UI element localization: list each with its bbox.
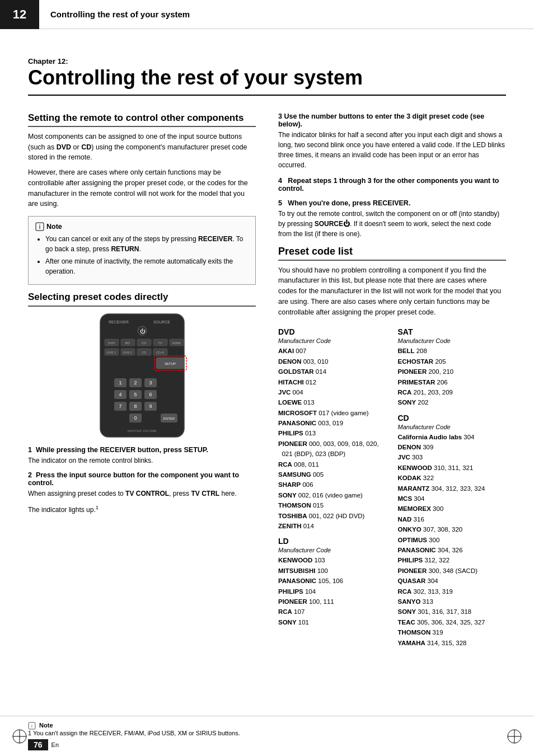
- footer: i Note 1 You can't assign the RECEIVER, …: [0, 716, 534, 756]
- step-1-heading: 1 While pressing the RECEIVER button, pr…: [28, 446, 256, 454]
- svg-text:CD: CD: [141, 341, 146, 345]
- cd-list: California Audio labs 304 DENON 309 JVC …: [398, 432, 507, 648]
- svg-text:6: 6: [149, 392, 152, 397]
- preset-col-right: SAT Manufacturer Code BELL 208 ECHOSTAR …: [398, 322, 507, 648]
- dvd-sub: Manufacturer Code: [278, 337, 387, 344]
- svg-text:5: 5: [134, 392, 137, 397]
- header-chapter-num: 12: [0, 0, 39, 29]
- svg-text:0: 0: [134, 415, 137, 421]
- svg-text:3: 3: [149, 380, 152, 386]
- step-2: 2 Press the input source button for the …: [28, 471, 256, 499]
- svg-text:⏻: ⏻: [139, 328, 145, 334]
- preset-intro: You should have no problem controlling a…: [278, 265, 506, 318]
- svg-text:CD: CD: [142, 351, 146, 354]
- preset-cols: DVD Manufacturer Code AKAI 007 DENON 003…: [278, 322, 506, 648]
- remote-svg: RECEIVER SOURCE ⏻ DVD BD CD TV HDMI: [83, 311, 201, 440]
- svg-text:DVR 2: DVR 2: [123, 351, 132, 354]
- step-1: 1 While pressing the RECEIVER button, pr…: [28, 446, 256, 466]
- step-4-heading: 4 Repeat steps 1 through 3 for the other…: [278, 177, 506, 192]
- chapter-label: Chapter 12:: [28, 57, 506, 65]
- svg-text:8: 8: [134, 403, 137, 409]
- step-4: 4 Repeat steps 1 through 3 for the other…: [278, 177, 506, 192]
- svg-text:DVD: DVD: [107, 341, 115, 345]
- ld-list: KENWOOD 103 MITSUBISHI 100 PANASONIC 105…: [278, 555, 387, 627]
- header-bar: 12 Controlling the rest of your system: [0, 0, 534, 29]
- svg-text:9: 9: [149, 403, 152, 409]
- svg-text:SOURCE: SOURCE: [153, 320, 170, 324]
- svg-text:ENTER: ENTER: [163, 417, 175, 420]
- svg-text:4: 4: [119, 392, 121, 397]
- step-1-body: The indicator on the remote control blin…: [28, 456, 256, 466]
- sat-list: BELL 208 ECHOSTAR 205 PIONEER 200, 210 P…: [398, 346, 507, 407]
- section2-heading: Selecting preset codes directly: [28, 292, 256, 306]
- step-3-heading: 3 Use the number buttons to enter the 3 …: [278, 112, 506, 128]
- sat-sub: Manufacturer Code: [398, 337, 507, 344]
- svg-text:TV: TV: [158, 341, 162, 345]
- remote-illustration: RECEIVER SOURCE ⏻ DVD BD CD TV HDMI: [83, 311, 201, 442]
- step-indicator-body: The indicator lights up.1: [28, 504, 256, 515]
- svg-text:DVR 1: DVR 1: [106, 351, 115, 354]
- right-column: 3 Use the number buttons to enter the 3 …: [278, 112, 506, 648]
- note-header: i Note: [35, 222, 249, 231]
- step-5: 5 When you're done, press RECEIVER. To t…: [278, 199, 506, 239]
- svg-text:CD-R: CD-R: [156, 351, 164, 354]
- ld-sub: Manufacturer Code: [278, 547, 387, 553]
- header-title: Controlling the rest of your system: [39, 10, 534, 19]
- svg-text:BD: BD: [125, 341, 130, 345]
- footnote-label: Note: [39, 722, 53, 729]
- ld-heading: LD: [278, 537, 387, 546]
- footer-lang: En: [51, 741, 59, 748]
- dvd-heading: DVD: [278, 327, 387, 336]
- svg-text:i: i: [39, 223, 40, 230]
- section1-para1: Most components can be assigned to one o…: [28, 132, 256, 163]
- step-indicator: The indicator lights up.1: [28, 504, 256, 515]
- note-icon: i: [35, 222, 44, 231]
- footer-note: i Note 1 You can't assign the RECEIVER, …: [28, 722, 506, 736]
- svg-text:i: i: [31, 724, 32, 729]
- page-number: 76: [28, 739, 48, 750]
- svg-text:SETUP: SETUP: [164, 362, 175, 365]
- footnote-text: 1 You can't assign the RECEIVER, FM/AM, …: [28, 730, 240, 736]
- note-box: i Note You can cancel or exit any of the…: [28, 216, 256, 285]
- note-list: You can cancel or exit any of the steps …: [35, 234, 249, 276]
- two-col-layout: Setting the remote to control other comp…: [28, 112, 506, 648]
- svg-text:1: 1: [119, 380, 121, 386]
- section1-para2: However, there are cases where only cert…: [28, 167, 256, 209]
- chapter-title: Controlling the rest of your system: [28, 67, 506, 96]
- step-3: 3 Use the number buttons to enter the 3 …: [278, 112, 506, 170]
- sat-heading: SAT: [398, 327, 507, 336]
- preset-section-heading: Preset code list: [278, 246, 506, 261]
- footnote-icon: i: [28, 722, 36, 730]
- left-column: Setting the remote to control other comp…: [28, 112, 256, 648]
- step-2-heading: 2 Press the input source button for the …: [28, 471, 256, 487]
- main-content: Chapter 12: Controlling the rest of your…: [0, 29, 534, 693]
- step-5-body: To try out the remote control, switch th…: [278, 209, 506, 239]
- svg-text:7: 7: [119, 403, 121, 409]
- preset-col-left: DVD Manufacturer Code AKAI 007 DENON 003…: [278, 322, 387, 648]
- svg-text:HDMI: HDMI: [172, 341, 181, 345]
- step-5-heading: 5 When you're done, press RECEIVER.: [278, 199, 506, 207]
- step-2-body: When assigning preset codes to TV CONTRO…: [28, 489, 256, 499]
- note-item-2: After one minute of inactivity, the remo…: [45, 256, 249, 276]
- note-item-1: You can cancel or exit any of the steps …: [45, 234, 249, 254]
- step-3-body: The indicator blinks for half a second a…: [278, 130, 506, 170]
- cd-sub: Manufacturer Code: [398, 424, 507, 430]
- section1-heading: Setting the remote to control other comp…: [28, 112, 256, 127]
- svg-text:MASTER VOLUME: MASTER VOLUME: [127, 429, 156, 433]
- cd-heading: CD: [398, 414, 507, 422]
- dvd-list: AKAI 007 DENON 003, 010 GOLDSTAR 014 HIT…: [278, 346, 387, 531]
- svg-text:2: 2: [134, 380, 137, 386]
- svg-text:RECEIVER: RECEIVER: [109, 320, 129, 324]
